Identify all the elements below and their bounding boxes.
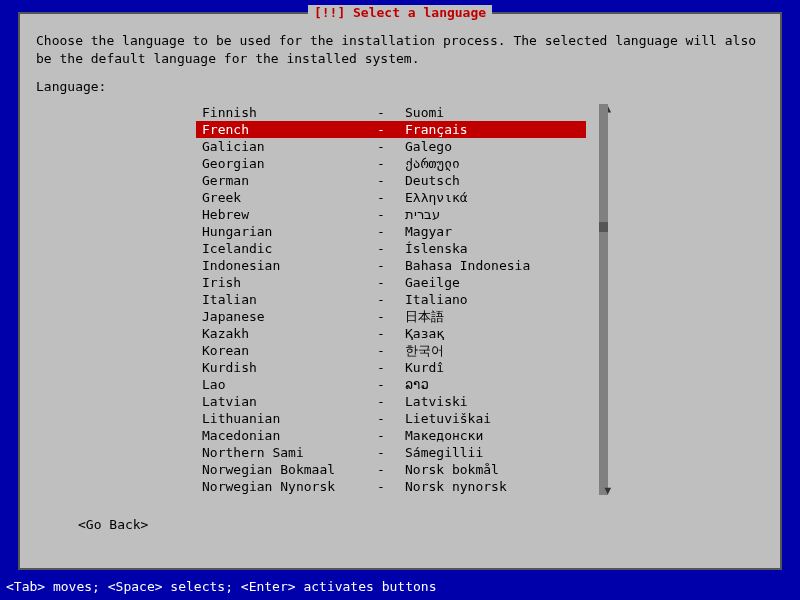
language-native: Македонски xyxy=(405,427,580,444)
separator: - xyxy=(377,342,405,359)
language-native: Galego xyxy=(405,138,580,155)
scrollbar-thumb[interactable] xyxy=(599,222,608,232)
language-native: Suomi xyxy=(405,104,580,121)
dialog-title: [!!] Select a language xyxy=(308,5,492,20)
language-native: Қазақ xyxy=(405,325,580,342)
separator: - xyxy=(377,410,405,427)
language-native: Íslenska xyxy=(405,240,580,257)
language-row[interactable]: Kazakh-Қазақ xyxy=(196,325,586,342)
language-row[interactable]: Japanese-日本語 xyxy=(196,308,586,325)
separator: - xyxy=(377,223,405,240)
language-native: Magyar xyxy=(405,223,580,240)
separator: - xyxy=(377,478,405,495)
language-english: Italian xyxy=(202,291,377,308)
separator: - xyxy=(377,393,405,410)
go-back-button[interactable]: <Go Back> xyxy=(78,517,148,532)
separator: - xyxy=(377,325,405,342)
language-row[interactable]: French-Français xyxy=(196,121,586,138)
language-native: Latviski xyxy=(405,393,580,410)
language-native: Ελληνικά xyxy=(405,189,580,206)
dialog-frame: [!!] Select a language Choose the langua… xyxy=(18,12,782,570)
language-native: Norsk nynorsk xyxy=(405,478,580,495)
language-english: Norwegian Nynorsk xyxy=(202,478,377,495)
language-row[interactable]: Irish-Gaeilge xyxy=(196,274,586,291)
separator: - xyxy=(377,104,405,121)
language-row[interactable]: German-Deutsch xyxy=(196,172,586,189)
language-english: Indonesian xyxy=(202,257,377,274)
footer-help: <Tab> moves; <Space> selects; <Enter> ac… xyxy=(6,579,436,594)
language-native: Deutsch xyxy=(405,172,580,189)
language-list-wrap: Finnish-SuomiFrench-FrançaisGalician-Gal… xyxy=(196,104,608,495)
language-row[interactable]: Lithuanian-Lietuviškai xyxy=(196,410,586,427)
language-native: Bahasa Indonesia xyxy=(405,257,580,274)
language-english: Hungarian xyxy=(202,223,377,240)
separator: - xyxy=(377,121,405,138)
language-english: Finnish xyxy=(202,104,377,121)
language-native: Gaeilge xyxy=(405,274,580,291)
language-row[interactable]: Korean-한국어 xyxy=(196,342,586,359)
language-english: Northern Sami xyxy=(202,444,377,461)
language-native: Français xyxy=(405,121,580,138)
language-native: Lietuviškai xyxy=(405,410,580,427)
language-row[interactable]: Norwegian Bokmaal-Norsk bokmål xyxy=(196,461,586,478)
separator: - xyxy=(377,291,405,308)
language-row[interactable]: Greek-Ελληνικά xyxy=(196,189,586,206)
language-row[interactable]: Galician-Galego xyxy=(196,138,586,155)
language-english: German xyxy=(202,172,377,189)
separator: - xyxy=(377,359,405,376)
language-english: Lithuanian xyxy=(202,410,377,427)
language-native: 日本語 xyxy=(405,308,580,325)
language-native: Norsk bokmål xyxy=(405,461,580,478)
scroll-down-icon[interactable]: ▼ xyxy=(604,484,611,497)
language-row[interactable]: Icelandic-Íslenska xyxy=(196,240,586,257)
language-row[interactable]: Macedonian-Македонски xyxy=(196,427,586,444)
separator: - xyxy=(377,308,405,325)
separator: - xyxy=(377,172,405,189)
separator: - xyxy=(377,257,405,274)
language-english: Japanese xyxy=(202,308,377,325)
dialog-content: Choose the language to be used for the i… xyxy=(20,14,780,542)
language-row[interactable]: Italian-Italiano xyxy=(196,291,586,308)
language-row[interactable]: Lao-ລາວ xyxy=(196,376,586,393)
separator: - xyxy=(377,376,405,393)
language-english: Irish xyxy=(202,274,377,291)
language-label: Language: xyxy=(36,79,764,94)
language-english: Macedonian xyxy=(202,427,377,444)
language-english: Latvian xyxy=(202,393,377,410)
language-english: Kurdish xyxy=(202,359,377,376)
language-native: Kurdî xyxy=(405,359,580,376)
language-native: Italiano xyxy=(405,291,580,308)
language-english: Greek xyxy=(202,189,377,206)
language-english: Kazakh xyxy=(202,325,377,342)
language-list[interactable]: Finnish-SuomiFrench-FrançaisGalician-Gal… xyxy=(196,104,586,495)
language-row[interactable]: Norwegian Nynorsk-Norsk nynorsk xyxy=(196,478,586,495)
language-english: French xyxy=(202,121,377,138)
separator: - xyxy=(377,427,405,444)
scrollbar[interactable] xyxy=(599,104,608,495)
language-row[interactable]: Finnish-Suomi xyxy=(196,104,586,121)
language-english: Georgian xyxy=(202,155,377,172)
language-native: Sámegillii xyxy=(405,444,580,461)
separator: - xyxy=(377,444,405,461)
language-row[interactable]: Kurdish-Kurdî xyxy=(196,359,586,376)
separator: - xyxy=(377,206,405,223)
dialog-title-wrap: [!!] Select a language xyxy=(20,5,780,20)
language-row[interactable]: Northern Sami-Sámegillii xyxy=(196,444,586,461)
separator: - xyxy=(377,155,405,172)
separator: - xyxy=(377,189,405,206)
separator: - xyxy=(377,461,405,478)
language-english: Korean xyxy=(202,342,377,359)
language-native: 한국어 xyxy=(405,342,580,359)
language-row[interactable]: Indonesian-Bahasa Indonesia xyxy=(196,257,586,274)
language-row[interactable]: Latvian-Latviski xyxy=(196,393,586,410)
separator: - xyxy=(377,274,405,291)
language-row[interactable]: Hebrew-עברית xyxy=(196,206,586,223)
language-native: ქართული xyxy=(405,155,580,172)
language-native: עברית xyxy=(405,206,580,223)
language-row[interactable]: Georgian-ქართული xyxy=(196,155,586,172)
separator: - xyxy=(377,138,405,155)
separator: - xyxy=(377,240,405,257)
language-english: Hebrew xyxy=(202,206,377,223)
language-english: Icelandic xyxy=(202,240,377,257)
language-row[interactable]: Hungarian-Magyar xyxy=(196,223,586,240)
